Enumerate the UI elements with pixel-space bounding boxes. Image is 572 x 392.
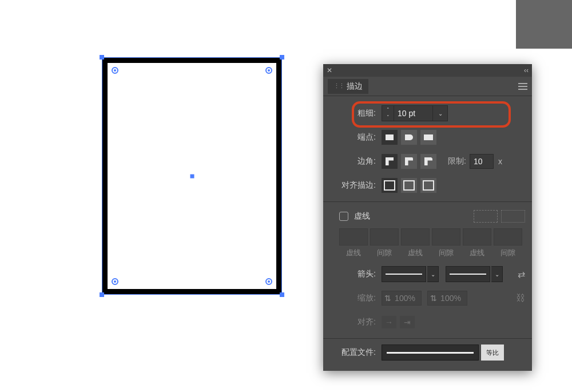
miter-limit-group: 限制: 10 x <box>448 154 502 169</box>
row-dashed: 虚线 <box>330 208 525 228</box>
gap-input[interactable] <box>432 228 460 246</box>
close-icon[interactable]: ✕ <box>327 66 332 74</box>
profile-dropdown[interactable] <box>382 345 479 361</box>
chevron-up-icon[interactable]: ˄ <box>382 106 394 113</box>
anchor-point[interactable] <box>265 278 272 285</box>
dashed-label: 虚线 <box>354 211 370 221</box>
weight-label: 粗细: <box>330 108 382 118</box>
selection-handle-bottom-right[interactable] <box>280 292 284 297</box>
stroke-panel: ✕ ‹‹ ⋮⋮ 描边 粗细: ˄˅ 10 pt ⌄ 端点: 边角: <box>323 64 532 371</box>
arrow-start-dropdown[interactable] <box>382 266 426 282</box>
profile-label: 配置文件: <box>330 347 382 358</box>
corner-label: 边角: <box>330 156 382 167</box>
scale-label: 缩放: <box>330 293 382 303</box>
gap-input[interactable] <box>370 228 399 246</box>
dash-input[interactable] <box>401 228 430 246</box>
gap-input[interactable] <box>494 228 522 246</box>
row-weight: 粗细: ˄˅ 10 pt ⌄ <box>330 103 525 124</box>
collapse-icon[interactable]: ‹‹ <box>524 66 529 74</box>
arrow-align-tip-button[interactable]: ⇥ <box>400 316 415 328</box>
row-scale: 缩放: ⇅100% ⇅100% ⛓ <box>330 288 525 308</box>
chevron-down-icon[interactable]: ⌄ <box>491 266 503 282</box>
align-stroke-inside-button[interactable] <box>401 178 417 193</box>
weight-stepper[interactable]: ˄˅ <box>382 105 394 121</box>
align-stroke-label: 对齐描边: <box>330 180 382 191</box>
join-bevel-button[interactable] <box>420 154 436 169</box>
align-stroke-center-button[interactable] <box>382 178 398 193</box>
row-align-stroke: 对齐描边: <box>330 175 525 196</box>
chevron-down-icon[interactable]: ˅ <box>382 113 394 121</box>
anchor-point[interactable] <box>265 67 272 74</box>
selection-center[interactable] <box>190 174 194 178</box>
join-round-button[interactable] <box>401 154 417 169</box>
weight-input[interactable]: 10 pt <box>394 105 433 121</box>
selection-handle-top-right[interactable] <box>280 55 284 60</box>
panel-body: 粗细: ˄˅ 10 pt ⌄ 端点: 边角: 限制: 10 x 对齐描边: <box>323 96 532 371</box>
join-miter-button[interactable] <box>382 154 398 169</box>
swap-arrowheads-icon[interactable]: ⇄ <box>518 269 525 280</box>
scale-start-input[interactable]: ⇅100% <box>382 291 422 306</box>
divider <box>323 201 532 202</box>
dash-align-a[interactable] <box>474 210 498 223</box>
profile-uniform-button[interactable]: 等比 <box>481 345 504 361</box>
row-cap: 端点: <box>330 127 525 148</box>
dash-gap-inputs <box>339 228 525 246</box>
chevron-down-icon[interactable]: ⌄ <box>427 266 439 282</box>
dashed-checkbox[interactable] <box>339 212 348 221</box>
dash-lab: 虚线 <box>463 248 491 258</box>
row-arrow-align: 对齐: → ⇥ <box>330 312 525 332</box>
arrow-end-dropdown[interactable] <box>446 266 490 282</box>
hamburger-icon[interactable] <box>518 83 527 90</box>
cap-round-button[interactable] <box>401 130 417 145</box>
arrow-align-label: 对齐: <box>330 317 382 327</box>
dash-lab: 间隙 <box>370 248 399 258</box>
miter-suffix: x <box>498 157 502 166</box>
cap-projecting-button[interactable] <box>420 130 436 145</box>
artboard-edge <box>516 0 572 49</box>
cap-label: 端点: <box>330 132 382 142</box>
divider <box>323 338 532 339</box>
dash-lab: 虚线 <box>401 248 430 258</box>
scale-end-input[interactable]: ⇅100% <box>427 291 467 306</box>
row-corner: 边角: 限制: 10 x <box>330 151 525 172</box>
anchor-point[interactable] <box>112 67 118 74</box>
weight-dropdown[interactable]: ⌄ <box>433 105 448 121</box>
dash-input[interactable] <box>339 228 368 246</box>
dash-input[interactable] <box>463 228 491 246</box>
anchor-point[interactable] <box>112 278 118 285</box>
miter-label: 限制: <box>448 156 466 167</box>
dash-lab: 间隙 <box>494 248 522 258</box>
row-arrowheads: 箭头: ⌄ ⌄ ⇄ <box>330 264 525 284</box>
tab-label: 描边 <box>347 81 363 92</box>
dash-align-b[interactable] <box>501 210 525 223</box>
dash-lab: 虚线 <box>339 248 368 258</box>
selected-shape[interactable] <box>99 54 285 298</box>
arrow-align-extend-button[interactable]: → <box>382 316 396 328</box>
panel-tabs: ⋮⋮ 描边 <box>323 77 532 96</box>
selection-handle-bottom-left[interactable] <box>100 292 104 297</box>
cap-butt-button[interactable] <box>382 130 398 145</box>
tab-stroke[interactable]: ⋮⋮ 描边 <box>328 79 368 94</box>
grip-icon: ⋮⋮ <box>333 82 344 90</box>
selection-handle-top-left[interactable] <box>100 55 104 60</box>
miter-input[interactable]: 10 <box>470 154 494 169</box>
dash-lab: 间隙 <box>432 248 460 258</box>
dash-align-buttons <box>474 210 525 223</box>
link-icon[interactable]: ⛓ <box>516 293 525 303</box>
panel-titlebar[interactable]: ✕ ‹‹ <box>323 64 532 77</box>
arrow-label: 箭头: <box>330 269 382 279</box>
row-profile: 配置文件: 等比 <box>330 345 525 361</box>
dash-gap-labels: 虚线 间隙 虚线 间隙 虚线 间隙 <box>339 248 525 258</box>
align-stroke-outside-button[interactable] <box>420 178 436 193</box>
